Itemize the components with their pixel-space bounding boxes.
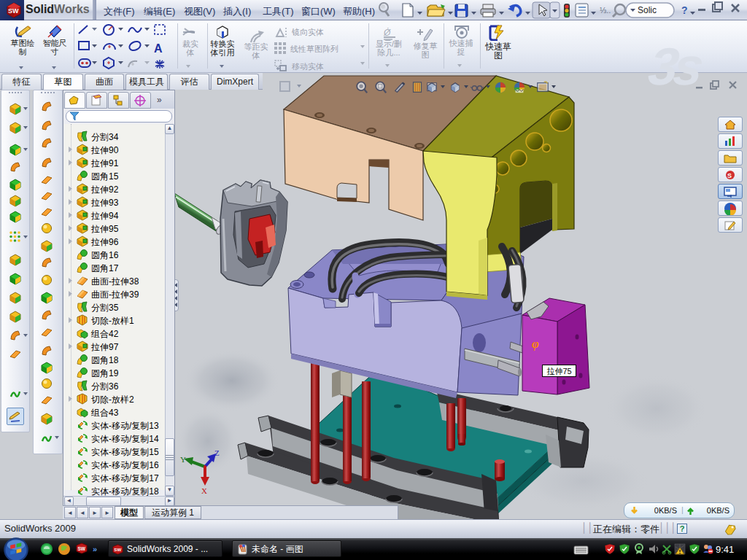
svg-text:SW: SW (78, 546, 86, 551)
svg-text:Y: Y (180, 455, 186, 464)
svg-text:A: A (154, 42, 163, 55)
svg-text:Z: Z (214, 448, 220, 457)
svg-text:SW: SW (114, 547, 121, 552)
svg-text:»: » (93, 545, 97, 553)
svg-text:Ø̇: Ø̇ (383, 28, 391, 38)
svg-text:Solic: Solic (638, 5, 657, 15)
svg-text:....: .... (576, 544, 578, 548)
svg-text:φ: φ (532, 337, 539, 351)
svg-text:?: ? (681, 4, 688, 16)
svg-text:X: X (201, 486, 207, 495)
svg-text:⅓..: ⅓.. (600, 6, 611, 15)
svg-text:SW: SW (8, 7, 19, 15)
svg-text:S: S (727, 172, 732, 179)
